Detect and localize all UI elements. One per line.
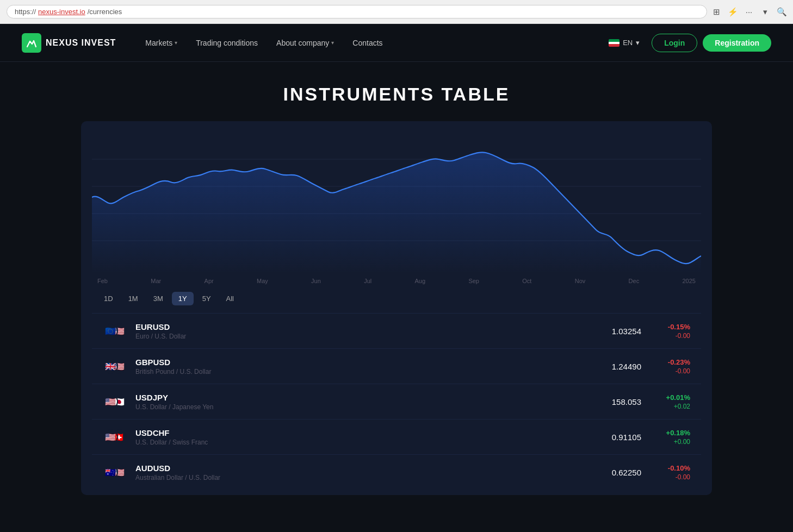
instrument-info-usdchf: USDCHF U.S. Dollar / Swiss Franc xyxy=(135,428,592,446)
login-button[interactable]: Login xyxy=(652,34,697,52)
nav-markets[interactable]: Markets ▾ xyxy=(138,34,185,52)
instrument-change-gbpusd: -0.23% -0.00 xyxy=(652,358,690,375)
instrument-desc-gbpusd: British Pound / U.S. Dollar xyxy=(135,368,592,375)
instrument-name-usdjpy: USDJPY xyxy=(135,393,592,402)
instrument-name-usdchf: USDCHF xyxy=(135,428,592,437)
page-title: INSTRUMENTS TABLE xyxy=(81,84,712,105)
search-icon[interactable]: 🔍 xyxy=(777,7,786,17)
translate-icon[interactable]: ⊞ xyxy=(711,7,721,17)
chevron-down-icon: ▾ xyxy=(636,39,640,47)
flag-us-4: 🇺🇸 xyxy=(103,429,118,445)
flag-eu: 🇪🇺 xyxy=(103,323,118,339)
register-button[interactable]: Registration xyxy=(703,34,771,52)
url-suffix: /currencies xyxy=(88,8,122,16)
url-bar[interactable]: https:// nexus-invest.io /currencies xyxy=(7,5,707,18)
browser-icons: ⊞ ⚡ ··· ▾ 🔍 xyxy=(711,7,786,17)
instrument-price-usdchf: 0.91105 xyxy=(592,433,641,442)
x-label-feb: Feb xyxy=(97,278,108,284)
nav-trading-conditions[interactable]: Trading conditions xyxy=(188,34,265,52)
time-btn-all[interactable]: All xyxy=(220,292,240,305)
change-pct-usdchf: +0.18% xyxy=(652,429,690,437)
instrument-row-eurusd[interactable]: 🇪🇺 🇺🇸 EURUSD Euro / U.S. Dollar 1.03254 … xyxy=(92,313,701,348)
instrument-flags-gbpusd: 🇬🇧 🇺🇸 xyxy=(103,356,128,376)
nav-about-company[interactable]: About company ▾ xyxy=(269,34,342,52)
flag-au: 🇦🇺 xyxy=(103,465,118,480)
flag-gb: 🇬🇧 xyxy=(103,359,118,374)
nav-contacts[interactable]: Contacts xyxy=(345,34,390,52)
logo-text: NEXUS INVEST xyxy=(46,38,116,48)
x-label-jul: Jul xyxy=(364,278,371,284)
x-label-sep: Sep xyxy=(468,278,479,284)
instrument-row-gbpusd[interactable]: 🇬🇧 🇺🇸 GBPUSD British Pound / U.S. Dollar… xyxy=(92,348,701,384)
instrument-desc-usdchf: U.S. Dollar / Swiss Franc xyxy=(135,439,592,446)
instrument-change-usdjpy: +0.01% +0.02 xyxy=(652,393,690,410)
time-btn-5y[interactable]: 5Y xyxy=(196,292,218,305)
nav-actions: EN ▾ Login Registration xyxy=(602,34,771,52)
lightning-icon[interactable]: ⚡ xyxy=(728,7,738,17)
x-label-oct: Oct xyxy=(522,278,531,284)
flag-icon xyxy=(609,39,619,47)
chart-x-axis: Feb Mar Apr May Jun Jul Aug Sep Oct Nov … xyxy=(92,273,701,284)
instrument-name-eurusd: EURUSD xyxy=(135,322,592,331)
instrument-change-usdchf: +0.18% +0.00 xyxy=(652,429,690,446)
language-button[interactable]: EN ▾ xyxy=(602,35,646,50)
logo-icon xyxy=(22,33,41,53)
instrument-info-audusd: AUDUSD Australian Dollar / U.S. Dollar xyxy=(135,464,592,481)
change-abs-usdjpy: +0.02 xyxy=(652,403,690,410)
instrument-price-audusd: 0.62250 xyxy=(592,468,641,477)
instrument-price-eurusd: 1.03254 xyxy=(592,327,641,336)
change-pct-audusd: -0.10% xyxy=(652,464,690,472)
logo-svg xyxy=(26,37,38,49)
change-abs-eurusd: -0.00 xyxy=(652,332,690,340)
x-label-aug: Aug xyxy=(415,278,426,284)
x-label-apr: Apr xyxy=(205,278,214,284)
change-abs-audusd: -0.00 xyxy=(652,473,690,481)
change-pct-usdjpy: +0.01% xyxy=(652,393,690,402)
time-btn-1m[interactable]: 1M xyxy=(122,292,145,305)
instrument-row-usdchf[interactable]: 🇺🇸 🇨🇭 USDCHF U.S. Dollar / Swiss Franc 0… xyxy=(92,419,701,454)
instrument-desc-audusd: Australian Dollar / U.S. Dollar xyxy=(135,474,592,481)
time-btn-3m[interactable]: 3M xyxy=(147,292,170,305)
time-btn-1d[interactable]: 1D xyxy=(97,292,120,305)
navbar: NEXUS INVEST Markets ▾ Trading condition… xyxy=(0,24,793,62)
logo[interactable]: NEXUS INVEST xyxy=(22,33,116,53)
time-btn-1y[interactable]: 1Y xyxy=(172,292,194,305)
x-label-may: May xyxy=(257,278,268,284)
flag-us-3: 🇺🇸 xyxy=(103,394,118,409)
instrument-row-audusd[interactable]: 🇦🇺 🇺🇸 AUDUSD Australian Dollar / U.S. Do… xyxy=(92,454,701,490)
instrument-change-eurusd: -0.15% -0.00 xyxy=(652,323,690,340)
instrument-info-gbpusd: GBPUSD British Pound / U.S. Dollar xyxy=(135,358,592,375)
instrument-desc-eurusd: Euro / U.S. Dollar xyxy=(135,333,592,340)
more-icon[interactable]: ··· xyxy=(744,7,754,17)
url-prefix: https:// xyxy=(15,8,36,16)
x-label-nov: Nov xyxy=(575,278,586,284)
instruments-list: 🇪🇺 🇺🇸 EURUSD Euro / U.S. Dollar 1.03254 … xyxy=(92,313,701,490)
instrument-name-gbpusd: GBPUSD xyxy=(135,358,592,367)
change-pct-gbpusd: -0.23% xyxy=(652,358,690,366)
chevron-down-icon: ▾ xyxy=(175,40,177,46)
instrument-info-eurusd: EURUSD Euro / U.S. Dollar xyxy=(135,322,592,340)
change-pct-eurusd: -0.15% xyxy=(652,323,690,331)
instrument-desc-usdjpy: U.S. Dollar / Japanese Yen xyxy=(135,403,592,411)
instrument-flags-eurusd: 🇪🇺 🇺🇸 xyxy=(103,321,128,341)
time-filters: 1D 1M 3M 1Y 5Y All xyxy=(92,284,701,313)
x-label-jun: Jun xyxy=(311,278,321,284)
instrument-info-usdjpy: USDJPY U.S. Dollar / Japanese Yen xyxy=(135,393,592,411)
instrument-flags-usdjpy: 🇺🇸 🇯🇵 xyxy=(103,392,128,411)
x-label-dec: Dec xyxy=(629,278,640,284)
instrument-flags-audusd: 🇦🇺 🇺🇸 xyxy=(103,462,128,482)
browser-bar: https:// nexus-invest.io /currencies ⊞ ⚡… xyxy=(0,0,793,24)
dropdown-icon[interactable]: ▾ xyxy=(760,7,770,17)
chart-area xyxy=(92,132,701,273)
change-abs-gbpusd: -0.00 xyxy=(652,367,690,375)
change-abs-usdchf: +0.00 xyxy=(652,438,690,446)
price-chart xyxy=(92,132,701,273)
instrument-row-usdjpy[interactable]: 🇺🇸 🇯🇵 USDJPY U.S. Dollar / Japanese Yen … xyxy=(92,384,701,419)
instrument-change-audusd: -0.10% -0.00 xyxy=(652,464,690,481)
nav-links: Markets ▾ Trading conditions About compa… xyxy=(138,34,602,52)
instrument-price-usdjpy: 158.053 xyxy=(592,397,641,406)
x-label-mar: Mar xyxy=(151,278,161,284)
x-label-2025: 2025 xyxy=(682,278,695,284)
chart-container: Feb Mar Apr May Jun Jul Aug Sep Oct Nov … xyxy=(81,121,712,495)
url-highlight: nexus-invest.io xyxy=(38,8,85,16)
